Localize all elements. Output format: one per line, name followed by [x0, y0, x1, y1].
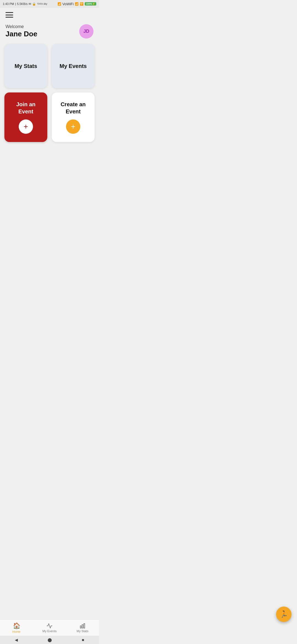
lock-icon: 🔒 [32, 2, 36, 6]
my-stats-card[interactable]: My Stats [4, 44, 47, 88]
join-event-label: Join an Event [9, 101, 43, 115]
mail-icon: ✉ [29, 2, 31, 6]
join-event-plus: + [19, 119, 33, 134]
user-name: Jane Doe [6, 30, 37, 38]
hamburger-line-2 [6, 15, 13, 15]
network-speed: | [15, 2, 16, 6]
wifi-bars: 🛜 [80, 2, 84, 6]
plus-icon-orange: + [71, 123, 75, 130]
status-left: 1:43 PM | 5.5KB/s ✉ 🔒 TATA sky [3, 2, 47, 6]
plus-icon-white: + [24, 123, 28, 130]
status-bar: 1:43 PM | 5.5KB/s ✉ 🔒 TATA sky 📶 VoWiFi … [0, 0, 99, 8]
cards-grid: My Stats My Events Join an Event + Creat… [0, 44, 99, 142]
app-header [0, 8, 99, 20]
status-right: 📶 VoWiFi 📶 🛜 100 % ⚡ [57, 2, 96, 6]
create-event-label: Create an Event [56, 101, 90, 115]
my-stats-label: My Stats [15, 62, 37, 70]
wifi-icon: VoWiFi [62, 2, 74, 6]
hamburger-line-1 [6, 12, 13, 13]
network-speed-value: 5.5KB/s [17, 2, 28, 6]
create-event-plus: + [66, 119, 80, 134]
welcome-label: Welcome [6, 24, 37, 29]
my-events-card[interactable]: My Events [52, 44, 95, 88]
hamburger-menu[interactable] [6, 12, 13, 18]
user-text: Welcome Jane Doe [6, 24, 37, 38]
create-event-card[interactable]: Create an Event + [52, 92, 95, 142]
my-events-label: My Events [60, 62, 87, 70]
user-avatar[interactable]: JD [79, 24, 94, 39]
carrier-name: TATA sky [37, 2, 47, 5]
signal-icon: 📶 [57, 2, 61, 6]
hamburger-line-3 [6, 17, 13, 18]
battery-indicator: 100 % ⚡ [85, 2, 96, 6]
join-event-card[interactable]: Join an Event + [4, 92, 47, 142]
wifi-signal-icon: 📶 [75, 2, 79, 6]
time-display: 1:43 PM [3, 2, 14, 6]
user-section: Welcome Jane Doe JD [0, 20, 99, 44]
avatar-initials: JD [83, 29, 89, 34]
